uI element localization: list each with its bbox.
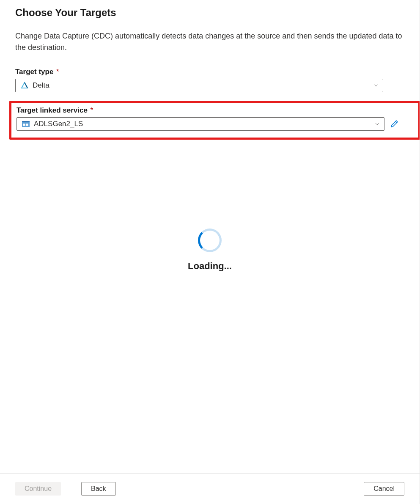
loading-section: Loading... xyxy=(0,229,420,272)
loading-text: Loading... xyxy=(188,261,232,272)
chevron-down-icon xyxy=(375,121,380,127)
storage-icon xyxy=(22,120,30,128)
linked-service-dropdown[interactable]: ADLSGen2_LS xyxy=(16,117,384,131)
continue-button: Continue xyxy=(15,482,61,496)
delta-icon xyxy=(21,82,28,89)
svg-rect-2 xyxy=(23,124,25,126)
target-type-label: Target type * xyxy=(15,68,404,76)
linked-service-label: Target linked service * xyxy=(16,106,413,115)
target-type-field: Target type * Delta xyxy=(15,68,404,92)
target-type-label-text: Target type xyxy=(15,68,53,76)
target-type-value: Delta xyxy=(33,81,373,90)
chevron-down-icon xyxy=(373,83,379,88)
highlighted-linked-service: Target linked service * ADLSGen2_LS xyxy=(9,101,420,140)
page-description: Change Data Capture (CDC) automatically … xyxy=(15,30,404,53)
linked-service-label-text: Target linked service xyxy=(16,106,88,114)
required-asterisk: * xyxy=(91,106,93,114)
footer: Continue Back Cancel xyxy=(0,473,420,504)
svg-line-4 xyxy=(395,121,397,123)
page-title: Choose Your Targets xyxy=(15,7,404,19)
edit-icon[interactable] xyxy=(390,119,399,129)
linked-service-field: Target linked service * ADLSGen2_LS xyxy=(16,106,413,131)
linked-service-value: ADLSGen2_LS xyxy=(34,120,375,128)
svg-rect-3 xyxy=(26,124,28,126)
required-asterisk: * xyxy=(56,68,59,76)
svg-rect-1 xyxy=(22,121,30,122)
cancel-button[interactable]: Cancel xyxy=(364,482,404,496)
target-type-dropdown[interactable]: Delta xyxy=(15,79,383,92)
loading-spinner-icon xyxy=(198,229,222,252)
back-button[interactable]: Back xyxy=(81,482,116,496)
